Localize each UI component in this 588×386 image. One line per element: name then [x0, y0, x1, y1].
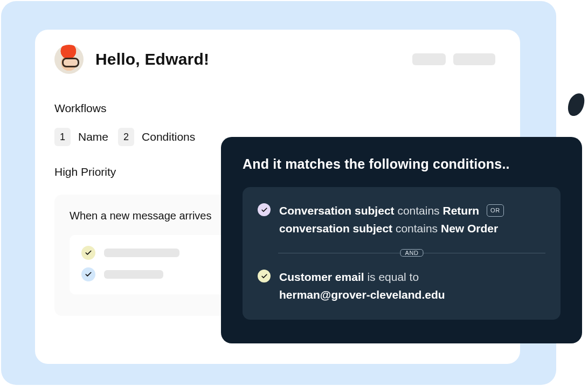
- trigger-card: When a new message arrives: [54, 195, 248, 316]
- feather-icon: [565, 91, 587, 118]
- header-actions: [412, 53, 501, 65]
- check-icon: [258, 270, 271, 282]
- condition-text: Customer email is equal to herman@grover…: [279, 268, 445, 304]
- header-action-placeholder[interactable]: [412, 53, 446, 65]
- greeting-title: Hello, Edward!: [95, 50, 209, 68]
- step-name[interactable]: 1 Name: [54, 128, 108, 146]
- header-action-placeholder[interactable]: [453, 53, 495, 65]
- condition-operator: is equal to: [367, 271, 419, 283]
- step-label: Name: [78, 130, 108, 143]
- condition-operator: contains: [396, 222, 438, 235]
- or-chip[interactable]: OR: [487, 204, 504, 217]
- condition-separator: AND: [278, 247, 545, 259]
- workflows-title: Workflows: [54, 102, 501, 115]
- placeholder-bar: [104, 270, 163, 279]
- avatar[interactable]: [54, 45, 84, 74]
- condition-field: conversation subject: [279, 222, 392, 235]
- check-icon: [258, 203, 271, 216]
- placeholder-bar: [104, 249, 179, 257]
- header: Hello, Edward!: [54, 45, 501, 74]
- condition-field: Conversation subject: [279, 204, 395, 217]
- condition-group[interactable]: Customer email is equal to herman@grover…: [258, 268, 545, 304]
- condition-field: Customer email: [279, 271, 364, 283]
- and-chip[interactable]: AND: [400, 249, 423, 257]
- step-number: 1: [54, 128, 71, 146]
- condition-group[interactable]: Conversation subject contains Return OR …: [258, 202, 545, 237]
- conditions-title: And it matches the following conditions.…: [243, 156, 561, 172]
- step-conditions[interactable]: 2 Conditions: [118, 128, 195, 146]
- condition-operator: contains: [397, 204, 439, 217]
- conditions-panel: And it matches the following conditions.…: [221, 137, 582, 343]
- list-item: [81, 246, 222, 260]
- check-icon: [81, 267, 95, 281]
- step-label: Conditions: [142, 130, 195, 143]
- trigger-checklist: [70, 235, 233, 294]
- condition-value: Return: [442, 204, 479, 217]
- trigger-card-title: When a new message arrives: [70, 210, 233, 222]
- condition-value: New Order: [441, 222, 498, 235]
- condition-value: herman@grover-cleveland.edu: [279, 288, 445, 301]
- step-number: 2: [118, 128, 134, 146]
- list-item: [81, 267, 222, 281]
- conditions-box: Conversation subject contains Return OR …: [243, 187, 561, 320]
- condition-text: Conversation subject contains Return OR …: [279, 202, 504, 237]
- check-icon: [81, 246, 95, 260]
